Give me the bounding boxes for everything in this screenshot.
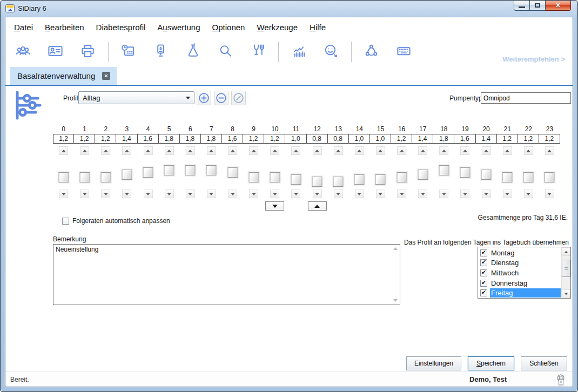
day-item-dienstag[interactable]: Dienstag [479,258,561,268]
tab-basalratenverwaltung[interactable]: Basalratenverwaltung ✕ [10,67,117,85]
auto-adjust-checkbox[interactable] [62,218,69,225]
settings-button[interactable]: Einstellungen [406,356,461,370]
menu-item-werkzeuge[interactable]: Werkzeuge [251,23,304,32]
hour-15-increase-button[interactable] [376,146,385,155]
save-button[interactable]: Speichern [468,356,514,370]
bulk-shift-down-button[interactable] [265,201,284,211]
hour-1-decrease-button[interactable] [80,190,89,198]
menu-item-optionen[interactable]: Optionen [206,23,251,32]
day-checkbox[interactable] [480,249,487,256]
hour-1-slider[interactable] [74,158,95,188]
hour-21-slider[interactable] [497,158,518,188]
slider-thumb[interactable] [100,172,111,183]
scrollbar-up-button[interactable] [562,247,570,256]
hour-4-slider[interactable] [138,158,159,188]
hour-0-increase-button[interactable] [59,146,68,155]
glucose-meter-toolbar-button[interactable] [149,40,172,64]
hour-1-increase-button[interactable] [80,146,89,155]
pump-type-input[interactable] [481,92,571,104]
slider-thumb[interactable] [523,172,534,183]
menu-item-hilfe[interactable]: Hilfe [304,23,332,32]
scroll-up-icon[interactable] [393,247,398,250]
slider-thumb[interactable] [248,172,259,183]
hour-14-slider[interactable] [349,158,370,188]
days-scrollbar[interactable] [561,247,570,298]
slider-thumb[interactable] [185,165,196,175]
search-toolbar-button[interactable] [213,40,237,64]
day-item-montag[interactable]: Montag [479,248,561,258]
hour-11-decrease-button[interactable] [291,190,300,198]
hour-20-slider[interactable] [476,158,497,188]
hour-18-slider[interactable] [433,158,454,188]
hour-22-increase-button[interactable] [524,146,533,155]
hour-12-increase-button[interactable] [313,146,322,155]
share-toolbar-button[interactable] [359,40,383,64]
day-checkbox[interactable] [480,259,487,266]
slider-thumb[interactable] [375,174,386,185]
hour-18-increase-button[interactable] [439,146,448,155]
slider-thumb[interactable] [312,177,322,187]
slider-thumb[interactable] [270,172,280,183]
hour-5-decrease-button[interactable] [165,190,174,198]
contact-card-toolbar-button[interactable] [43,40,67,64]
hour-7-slider[interactable] [201,158,222,188]
hour-10-slider[interactable] [264,158,285,188]
day-checkbox[interactable] [480,280,487,287]
hour-14-decrease-button[interactable] [355,190,364,198]
scrollbar-down-button[interactable] [562,289,570,298]
hour-9-slider[interactable] [243,158,264,188]
food-drink-toolbar-button[interactable] [246,40,270,64]
hour-17-decrease-button[interactable] [418,190,427,198]
slider-thumb[interactable] [143,167,153,178]
slider-thumb[interactable] [122,170,132,180]
slider-thumb[interactable] [206,165,217,175]
hour-23-slider[interactable] [539,158,560,188]
hour-13-increase-button[interactable] [334,146,343,155]
day-item-mittwoch[interactable]: Mittwoch [479,268,561,278]
recommend-link[interactable]: Weiterempfehlen > [502,55,565,63]
hour-4-increase-button[interactable] [144,146,153,155]
hour-23-increase-button[interactable] [545,146,554,155]
hour-23-decrease-button[interactable] [545,190,554,198]
keyboard-toolbar-button[interactable] [392,40,415,64]
hour-21-decrease-button[interactable] [503,190,512,198]
hour-7-increase-button[interactable] [207,146,216,155]
slider-thumb[interactable] [164,165,174,175]
hour-15-slider[interactable] [370,158,391,188]
day-item-freitag[interactable]: Freitag [479,288,561,298]
tab-close-icon[interactable]: ✕ [102,72,110,80]
hour-9-increase-button[interactable] [249,146,258,155]
hour-8-increase-button[interactable] [228,146,237,155]
hour-12-slider[interactable] [307,158,328,188]
slider-thumb[interactable] [545,172,555,183]
slider-thumb[interactable] [439,165,449,175]
hour-0-decrease-button[interactable] [59,190,68,198]
hour-6-slider[interactable] [180,158,201,188]
hour-19-increase-button[interactable] [460,146,469,155]
hour-6-decrease-button[interactable] [186,190,195,198]
remove-profile-button[interactable] [214,91,228,105]
calendar-clock-toolbar-button[interactable] [116,40,140,64]
edit-profile-button[interactable] [231,91,246,105]
hour-11-increase-button[interactable] [291,146,300,155]
hour-17-slider[interactable] [412,158,433,188]
maximize-button[interactable] [530,1,546,11]
day-checkbox[interactable] [480,269,487,276]
slider-thumb[interactable] [58,172,69,183]
hour-11-slider[interactable] [285,158,306,188]
hour-20-decrease-button[interactable] [482,190,491,198]
bulk-shift-up-button[interactable] [308,201,327,211]
lab-flask-toolbar-button[interactable] [181,40,205,64]
slider-thumb[interactable] [354,174,365,185]
day-checkbox[interactable] [480,289,487,296]
day-item-donnerstag[interactable]: Donnerstag [479,278,561,288]
menu-item-bearbeiten[interactable]: Bearbeiten [39,23,90,32]
hour-16-decrease-button[interactable] [397,190,406,198]
hour-2-decrease-button[interactable] [101,190,110,198]
close-button[interactable]: Schließen [521,356,567,370]
hour-19-decrease-button[interactable] [460,190,469,198]
hour-21-increase-button[interactable] [503,146,512,155]
scrollbar-thumb[interactable] [562,260,570,277]
minimize-button[interactable] [514,1,530,11]
slider-thumb[interactable] [396,172,407,183]
